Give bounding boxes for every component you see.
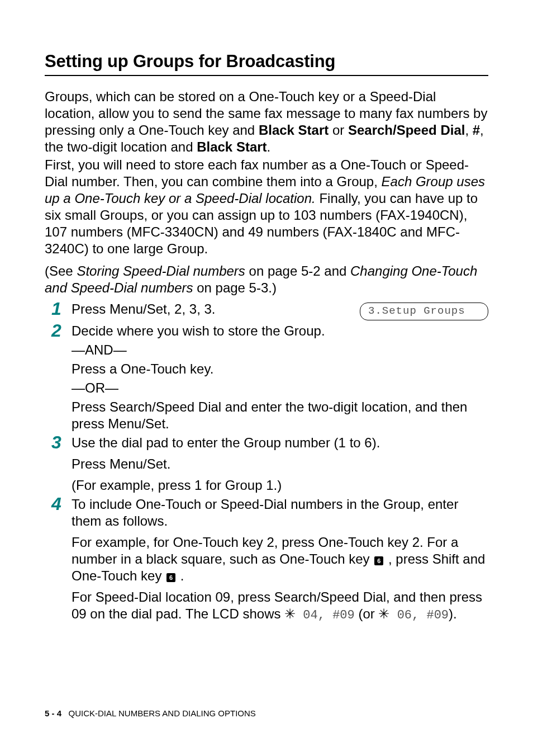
text: For example, for One-Touch key: [72, 535, 266, 550]
text: Press: [72, 301, 110, 316]
lcd-display: 3.Setup Groups: [360, 301, 488, 320]
text: .: [212, 301, 216, 316]
text: (For example, press: [72, 478, 194, 493]
page: Setting up Groups for Broadcasting Group…: [0, 0, 533, 756]
text: ,: [167, 301, 174, 316]
heading-rule: [45, 75, 488, 76]
text: .: [267, 139, 271, 154]
text: Use the dial pad to enter the Group numb…: [72, 434, 488, 451]
star-icon: ✳: [378, 606, 389, 621]
text-bold: 3: [204, 301, 212, 316]
lcd-sample-text: 04, #09: [303, 608, 354, 622]
text-bold: Shift: [432, 551, 459, 566]
text: Press a One-Touch key.: [72, 361, 488, 377]
and-label: AND: [85, 342, 113, 357]
text-line: For Speed-Dial location 09, press Search…: [72, 589, 488, 623]
text: , and then press: [386, 589, 482, 604]
text-bold: Menu/Set: [108, 416, 165, 431]
text: (or: [355, 606, 379, 621]
intro-paragraph-2: First, you will need to store each fax n…: [45, 157, 488, 257]
text: ,: [197, 301, 204, 316]
lcd-sample-text: [296, 608, 303, 622]
lcd-sample-text: 06, #09: [397, 608, 449, 622]
text: Press: [72, 456, 110, 471]
section-heading: Setting up Groups for Broadcasting: [45, 51, 488, 72]
step-number: 1: [51, 300, 72, 318]
text-line: Press Menu/Set.: [72, 456, 488, 472]
step-2: 2 Decide where you wish to store the Gro…: [51, 323, 488, 432]
text-line: Press Search/Speed Dial and enter the tw…: [72, 399, 488, 432]
text: ,: [465, 122, 472, 138]
text-bold: 2: [174, 301, 182, 316]
lcd-text: 3.Setup Groups: [360, 303, 488, 320]
page-footer: 5 - 4 QUICK-DIAL NUMBERS AND DIALING OPT…: [45, 708, 256, 718]
steps-list: 1 3.Setup Groups Press Menu/Set, 2, 3, 3…: [45, 301, 488, 627]
text-bold: Search/Speed Dial: [274, 589, 386, 604]
step-4: 4 To include One-Touch or Speed-Dial num…: [51, 496, 488, 628]
text: .: [167, 456, 171, 471]
text-bold: #: [473, 122, 480, 138]
step-1: 1 3.Setup Groups Press Menu/Set, 2, 3, 3…: [51, 301, 488, 320]
text-line: For example, for One-Touch key 2, press …: [72, 534, 488, 584]
text-bold: 1: [194, 478, 202, 493]
step-body: Decide where you wish to store the Group…: [72, 323, 488, 432]
text: on page 5-3.): [193, 280, 277, 295]
text-bold: Black Start: [197, 139, 266, 154]
text: or: [329, 122, 348, 138]
step-number: 2: [51, 322, 72, 339]
text: on page 5-2 and: [245, 263, 350, 278]
text: Press: [72, 399, 110, 414]
text-bold: 2: [266, 535, 274, 550]
lcd-sample-text: [389, 608, 397, 622]
step-body: To include One-Touch or Speed-Dial numbe…: [72, 496, 488, 628]
step-body: 3.Setup Groups Press Menu/Set, 2, 3, 3.: [72, 301, 488, 320]
keycap-icon: 6: [166, 573, 175, 582]
text: To include One-Touch or Speed-Dial numbe…: [72, 496, 488, 530]
intro-paragraph-1: Groups, which can be stored on a One-Tou…: [45, 88, 488, 155]
text: Decide where you wish to store the Group…: [72, 323, 488, 339]
text-line: (For example, press 1 for Group 1.): [72, 477, 488, 494]
text: , press: [384, 551, 432, 566]
text: ).: [449, 606, 457, 621]
text: .: [165, 416, 169, 431]
text-bold: Black Start: [259, 122, 329, 138]
text-bold: Search/Speed Dial: [348, 122, 465, 138]
footer-section-title: QUICK-DIAL NUMBERS AND DIALING OPTIONS: [69, 708, 256, 718]
intro-paragraph-3: (See Storing Speed-Dial numbers on page …: [45, 263, 488, 296]
step-number: 4: [51, 495, 72, 513]
or-label: OR: [85, 380, 105, 395]
text-bold: Search/Speed Dial: [110, 399, 221, 414]
text-bold: 09: [72, 606, 87, 621]
text: For Speed-Dial location 09, press: [72, 589, 274, 604]
step-3: 3 Use the dial pad to enter the Group nu…: [51, 434, 488, 494]
page-number: 5 - 4: [45, 708, 61, 718]
keycap-icon: 6: [374, 556, 383, 565]
text-bold: 3: [189, 301, 197, 316]
step-body: Use the dial pad to enter the Group numb…: [72, 434, 488, 494]
step-number: 3: [51, 433, 72, 451]
text-bold: Menu/Set: [110, 301, 167, 316]
text: , press One-Touch key: [274, 535, 412, 550]
text-italic: Storing Speed-Dial numbers: [77, 263, 245, 278]
star-icon: ✳: [284, 606, 296, 621]
text-bold: Menu/Set: [110, 456, 167, 471]
text: on the dial pad. The LCD shows: [87, 606, 284, 621]
and-divider: —AND—: [72, 342, 488, 358]
text: .: [177, 568, 184, 583]
text-bold: 2: [412, 535, 420, 550]
text: for Group 1.): [202, 478, 282, 493]
or-divider: —OR—: [72, 380, 488, 396]
text: (See: [45, 263, 77, 278]
text: ,: [182, 301, 189, 316]
